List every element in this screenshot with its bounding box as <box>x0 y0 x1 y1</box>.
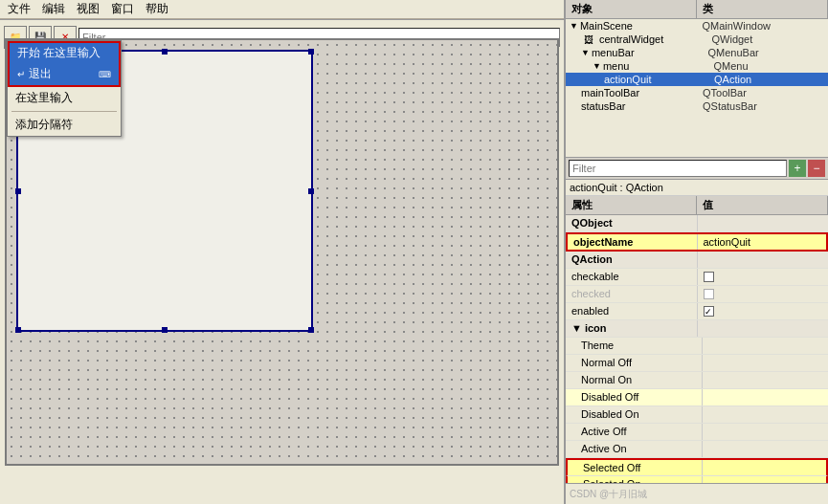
properties-filter-input[interactable] <box>569 160 787 177</box>
object-tree: 对象 类 ▼ MainScene QMainWindow 🖼 centralWi… <box>566 0 828 158</box>
arrow-mainscene: ▼ <box>570 21 578 31</box>
tree-item-menubar[interactable]: ▼ menuBar QMenuBar <box>566 46 828 59</box>
quit-shortcut-icon: ⌨ <box>99 70 111 79</box>
menu-divider <box>11 111 117 112</box>
prop-row-objectname[interactable]: objectName actionQuit <box>566 232 828 252</box>
quit-icon: ↵ <box>17 69 25 79</box>
prop-section-qaction-label: QAction <box>566 252 698 268</box>
prop-section-qobject: QObject <box>566 215 828 232</box>
tree-item-statusbar[interactable]: statusBar QStatusBar <box>566 99 828 113</box>
prop-name-disabled-off: Disabled Off <box>566 389 703 405</box>
prop-value-normal-off <box>703 355 829 371</box>
filter-row: + − <box>566 158 828 180</box>
prop-value-selected-off <box>703 460 827 475</box>
grid-canvas: 开始 在这里输入 ↵ 退出 ⌨ 在这里输入 添加 <box>7 40 557 464</box>
prop-row-active-off[interactable]: Active Off <box>566 424 828 441</box>
context-menu-title: 开始 在这里输入 <box>17 45 101 61</box>
type-label: 在这里输入 <box>15 90 73 106</box>
menu-help[interactable]: 帮助 <box>140 0 174 19</box>
quit-label: 退出 <box>29 66 52 82</box>
add-property-button[interactable]: + <box>789 160 806 177</box>
context-menu-header: 开始 在这里输入 <box>10 43 119 63</box>
props-col-value: 值 <box>697 196 828 214</box>
menu-edit[interactable]: 编辑 <box>36 0 71 19</box>
properties-panel: + − actionQuit : QAction 属性 值 QObject ob <box>566 158 828 483</box>
tree-item-centralwidget[interactable]: 🖼 centralWidget QWidget <box>566 33 828 46</box>
handle-bm[interactable] <box>162 327 168 333</box>
prop-name-objectname: objectName <box>568 234 698 250</box>
prop-row-active-on[interactable]: Active On <box>566 441 828 458</box>
arrow-menubar: ▼ <box>581 48 590 57</box>
prop-value-disabled-off <box>703 389 829 405</box>
prop-name-theme: Theme <box>566 338 703 354</box>
props-col-name: 属性 <box>566 196 697 214</box>
context-menu-item-type[interactable]: 在这里输入 <box>8 87 121 109</box>
checkbox-enabled[interactable] <box>704 306 714 317</box>
prop-name-checkable: checkable <box>566 269 698 285</box>
prop-value-checkable[interactable] <box>698 269 829 285</box>
tree-item-mainscene[interactable]: ▼ MainScene QMainWindow <box>566 19 828 33</box>
tree-item-maintoolbar[interactable]: mainToolBar QToolBar <box>566 86 828 99</box>
handle-tr[interactable] <box>308 49 314 55</box>
prop-name-checked: checked <box>566 286 698 302</box>
context-menu-item-separator[interactable]: 添加分隔符 <box>8 114 121 136</box>
prop-value-active-on <box>703 441 829 457</box>
prop-row-selected-off[interactable]: Selected Off <box>566 458 828 476</box>
prop-name-normal-off: Normal Off <box>566 355 703 371</box>
prop-value-enabled[interactable] <box>698 303 829 319</box>
arrow-menu: ▼ <box>593 61 601 71</box>
prop-name-selected-off: Selected Off <box>568 460 703 475</box>
prop-value-checked[interactable] <box>698 286 829 302</box>
handle-br[interactable] <box>308 327 314 333</box>
prop-name-selected-on: Selected On <box>568 476 703 483</box>
prop-name-active-off: Active Off <box>566 424 703 440</box>
prop-section-qobject-value <box>698 215 829 231</box>
properties-header: 属性 值 <box>566 196 828 215</box>
left-panel: 文件 编辑 视图 窗口 帮助 <box>0 0 565 504</box>
props-table[interactable]: QObject objectName actionQuit QAction ch… <box>566 215 828 483</box>
menu-bar: 文件 编辑 视图 窗口 帮助 <box>0 0 564 19</box>
prop-section-icon-label: ▼ icon <box>566 320 698 337</box>
prop-row-disabled-off[interactable]: Disabled Off <box>566 389 828 406</box>
prop-row-checked[interactable]: checked <box>566 286 828 303</box>
prop-name-enabled: enabled <box>566 303 698 319</box>
prop-value-objectname: actionQuit <box>698 234 827 250</box>
prop-row-theme[interactable]: Theme <box>566 338 828 355</box>
menu-file[interactable]: 文件 <box>2 0 36 19</box>
centralwidget-icon: 🖼 <box>581 34 596 45</box>
object-tree-col-class: 类 <box>697 0 828 18</box>
designer-canvas[interactable]: 开始 在这里输入 ↵ 退出 ⌨ 在这里输入 添加 <box>5 38 559 466</box>
prop-row-normal-on[interactable]: Normal On <box>566 372 828 389</box>
action-label: actionQuit : QAction <box>566 180 828 196</box>
prop-value-disabled-on <box>703 406 829 423</box>
tree-item-actionquit[interactable]: actionQuit QAction <box>566 73 828 86</box>
right-panel: 对象 类 ▼ MainScene QMainWindow 🖼 centralWi… <box>565 0 828 504</box>
handle-bl[interactable] <box>15 327 21 333</box>
tree-item-menu[interactable]: ▼ menu QMenu <box>566 59 828 73</box>
separator-label: 添加分隔符 <box>15 117 73 133</box>
prop-section-qaction-value <box>698 252 829 268</box>
object-tree-header: 对象 类 <box>566 0 828 19</box>
handle-mr[interactable] <box>308 188 314 194</box>
handle-tm[interactable] <box>162 49 168 55</box>
prop-name-normal-on: Normal On <box>566 372 703 388</box>
prop-section-icon: ▼ icon <box>566 320 828 338</box>
remove-property-button[interactable]: − <box>808 160 825 177</box>
context-menu-item-quit[interactable]: ↵ 退出 ⌨ <box>10 63 119 85</box>
watermark-text: CSDN @十月旧城 <box>570 488 647 501</box>
menu-view[interactable]: 视图 <box>71 0 105 19</box>
object-tree-col-name: 对象 <box>566 0 697 18</box>
prop-row-checkable[interactable]: checkable <box>566 269 828 286</box>
prop-section-icon-value <box>698 320 829 337</box>
prop-row-normal-off[interactable]: Normal Off <box>566 355 828 372</box>
prop-row-disabled-on[interactable]: Disabled On <box>566 406 828 424</box>
handle-ml[interactable] <box>15 188 21 194</box>
checkbox-checked[interactable] <box>704 289 714 299</box>
prop-row-enabled[interactable]: enabled <box>566 303 828 320</box>
prop-row-selected-on[interactable]: Selected On <box>566 476 828 483</box>
context-menu: 开始 在这里输入 ↵ 退出 ⌨ 在这里输入 添加 <box>7 40 122 137</box>
prop-value-selected-on <box>703 476 827 483</box>
menu-window[interactable]: 窗口 <box>105 0 140 19</box>
prop-name-disabled-on: Disabled On <box>566 406 703 423</box>
checkbox-checkable[interactable] <box>704 272 714 282</box>
